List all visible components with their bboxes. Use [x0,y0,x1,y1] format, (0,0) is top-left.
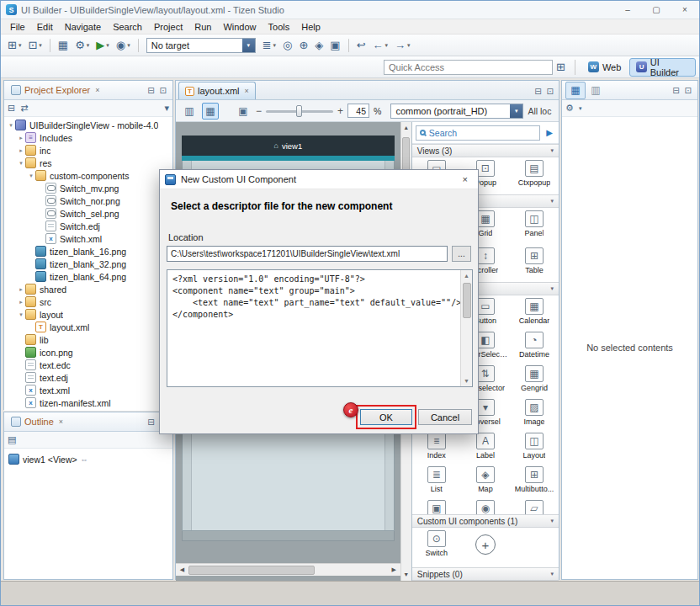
outline-mode-icon[interactable]: ▤ [8,434,16,445]
perspective-ui-builder-button[interactable]: U UI Builder [629,58,696,77]
properties-grid-tab[interactable]: ▦ [565,82,586,99]
palette-item[interactable]: ▦ Calendar [510,295,559,329]
descriptor-preview[interactable]: <?xml version="1.0" encoding="UTF-8"?> <… [167,269,473,387]
close-window-button[interactable]: × [671,1,699,19]
menu-item-tools[interactable]: Tools [262,21,296,33]
expand-arrow-icon[interactable]: ▾ [17,160,25,167]
tree-item[interactable]: tizen-manifest.xml [4,396,172,409]
tree-item[interactable]: ▸ inc [4,144,172,157]
tree-item[interactable]: ▾ custom-components [4,169,172,182]
link-with-editor-icon[interactable]: ⇄ [20,103,28,114]
palette-item[interactable]: ◈ Map [461,464,510,497]
tree-item[interactable]: ▸ shared [4,283,172,295]
tree-item[interactable]: tizen_blank_16.png [4,245,172,258]
expand-arrow-icon[interactable]: ▾ [7,122,15,129]
emulator-manager-button[interactable]: ◎▾ [280,38,294,53]
expand-arrow-icon[interactable]: ▾ [27,173,35,179]
chevron-down-icon[interactable]: ▾ [510,104,522,118]
palette-item[interactable]: ⊞ Table [510,245,559,282]
palette-item[interactable]: ⊞ Multibutto... [510,464,559,497]
tree-item[interactable]: ▾ layout [4,308,172,321]
tree-item[interactable]: tizen_blank_64.png [4,270,172,283]
new-file-button[interactable]: ⊡▾ [25,38,44,53]
tree-item[interactable]: Switch.edj [4,220,172,232]
dialog-scrollbar[interactable]: ▲ ▼ [460,270,472,386]
tree-item[interactable]: ▾ UIBuilderSingleView - mobile-4.0 [4,119,172,131]
zoom-in-button[interactable]: + [337,105,343,117]
expand-arrow-icon[interactable]: ▸ [17,135,25,141]
minimize-window-button[interactable]: – [613,1,642,19]
outline-item-view1[interactable]: view1 <View> ⇔ [4,452,172,466]
design-grid-mode-button[interactable]: ▦ [202,103,219,120]
close-icon[interactable]: × [95,86,99,94]
forward-button[interactable]: →▾ [392,38,413,53]
device-manager-button[interactable]: ⊕▾ [296,38,310,53]
fit-to-screen-button[interactable]: ▣ [235,103,252,120]
separator-2[interactable]: ▾ [138,39,139,52]
palette-item[interactable]: ◫ Panel [510,208,559,245]
dialog-title-bar[interactable]: New Custom UI Component × [160,170,478,189]
add-custom-component-button[interactable]: + [461,528,510,561]
palette-item[interactable]: ◫ Layout [510,430,559,464]
browse-button[interactable]: ... [452,246,471,262]
tree-item[interactable]: ▾ res [4,157,172,169]
package-manager-button[interactable]: ▣▾ [327,38,342,53]
profile-select[interactable]: common (portrait_HD) ▾ [390,104,523,119]
palette-section-custom[interactable]: Custom UI components (1) ▾ [412,514,559,528]
gear-icon[interactable]: ⚙ [565,103,574,114]
launch-config-button[interactable]: ≣▾ [260,38,278,53]
ui-builder-editor-button[interactable]: ▦▾ [56,38,71,53]
palette-section-views[interactable]: Views (3) ▾ [412,144,559,157]
expand-arrow-icon[interactable]: ▸ [17,299,25,306]
run-button[interactable]: ▶▾ [93,38,112,53]
chevron-down-icon[interactable]: ▾ [579,105,582,112]
search-go-button[interactable]: ▶ [544,128,555,137]
scroll-down-icon[interactable]: ▼ [460,375,473,386]
tree-item[interactable]: text.xml [4,384,172,396]
zoom-value-input[interactable]: 45 [347,104,369,118]
tree-item[interactable]: Switch_sel.png [4,207,172,220]
cancel-button[interactable]: Cancel [418,409,472,425]
menu-item-run[interactable]: Run [188,21,217,33]
tree-item[interactable]: Switch_mv.png [4,182,172,194]
palette-item[interactable]: ≣ List [412,464,461,497]
menu-item-search[interactable]: Search [107,21,148,33]
new-wizard-button[interactable]: ⊞▾ [5,38,24,53]
minimize-icon[interactable]: ⊟ [147,86,154,95]
horizontal-scroll-thumb[interactable] [188,566,315,575]
palette-search-input[interactable]: Search [416,125,541,141]
expand-arrow-icon[interactable]: ▸ [17,286,25,293]
menu-item-edit[interactable]: Edit [31,21,59,33]
palette-item[interactable]: ▦ Gengrid [510,363,559,396]
dialog-scroll-thumb[interactable] [463,283,471,318]
zoom-slider[interactable] [266,104,333,118]
expand-arrow-icon[interactable]: ▾ [17,311,25,318]
close-icon[interactable]: × [59,417,63,426]
horizontal-scrollbar[interactable]: ◀ ▶ [176,563,400,576]
menu-item-navigate[interactable]: Navigate [59,21,107,33]
outline-tab[interactable]: Outline [24,417,54,427]
maximize-icon[interactable]: ⊡ [160,86,167,95]
location-input[interactable]: C:\Users\test\workspace171201\UIBuilderS… [167,246,448,262]
palette-item[interactable]: ▱ Progressbar [510,497,559,514]
palette-item[interactable]: ◉ Photocam [461,497,510,514]
separator-3[interactable]: ▾ [348,39,349,52]
palette-section-snippets[interactable]: Snippets (0) ▾ [412,567,559,581]
last-edit-location-button[interactable]: ↩▾ [354,38,369,53]
maximize-icon[interactable]: ⊡ [685,86,692,95]
tree-item[interactable]: Switch.xml [4,232,172,245]
tab-layout-xml[interactable]: layout.xml × [178,82,256,99]
maximize-window-button[interactable]: ▢ [642,1,671,19]
palette-item[interactable]: ≡ Index [412,430,461,464]
certificate-manager-button[interactable]: ◈▾ [312,38,326,53]
maximize-icon[interactable]: ⊡ [547,87,554,96]
collapse-all-icon[interactable]: ⊟ [8,103,15,114]
perspective-web-button[interactable]: W Web [581,58,628,77]
locales-label[interactable]: All loc [528,106,551,116]
tree-item[interactable]: text.edj [4,371,172,384]
palette-item[interactable]: ⊙ Switch [412,528,461,561]
minimize-icon[interactable]: ⊟ [672,86,679,95]
tree-item[interactable]: text.edc [4,359,172,371]
scroll-down-icon[interactable]: ▼ [400,569,411,581]
scroll-right-icon[interactable]: ▶ [388,566,400,573]
